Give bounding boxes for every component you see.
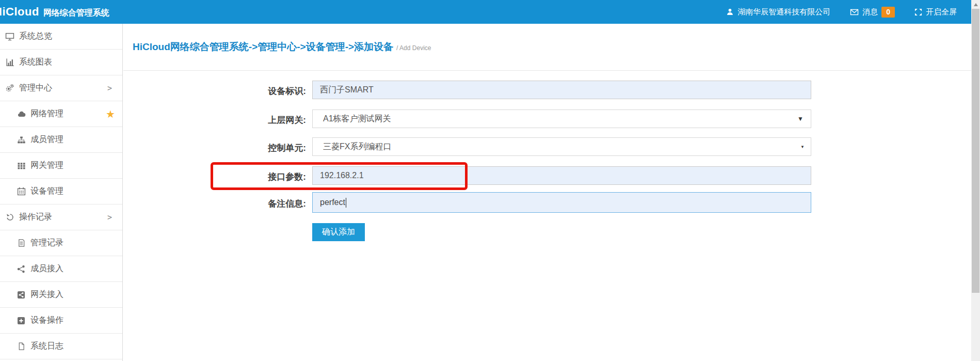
sidebar-item-management-records[interactable]: 管理记录 xyxy=(0,230,122,256)
control-unit-value: 三菱FX系列编程口 xyxy=(323,142,391,152)
gears-icon xyxy=(4,84,15,92)
sidebar-item-label: 系统总览 xyxy=(19,31,52,42)
plus-square-icon xyxy=(15,317,27,325)
sidebar-item-system-charts[interactable]: 系统图表 xyxy=(0,50,122,75)
file-icon xyxy=(15,342,27,351)
upper-gateway-value: A1栋客户测试网关 xyxy=(323,114,391,124)
sidebar-item-system-overview[interactable]: 系统总览 xyxy=(0,24,122,50)
remarks-input[interactable]: perfect xyxy=(312,192,811,213)
sidebar-item-gateway-management[interactable]: 网关管理 xyxy=(0,153,122,179)
sidebar-item-system-logs[interactable]: 系统日志 xyxy=(0,334,122,359)
scroll-up-arrow[interactable] xyxy=(971,0,980,9)
sidebar-item-label: 管理记录 xyxy=(30,238,63,248)
remarks-label: 备注信息: xyxy=(186,198,306,210)
upper-gateway-select[interactable]: A1栋客户测试网关 ▼ xyxy=(312,109,811,128)
sidebar-item-member-management[interactable]: 成员管理 xyxy=(0,127,122,153)
star-icon[interactable]: ★ xyxy=(106,109,115,119)
vertical-scrollbar[interactable] xyxy=(971,0,980,361)
sidebar: 系统总览 系统图表 管理中心 > 网络管理 ★ 成员管理 xyxy=(0,24,123,361)
breadcrumb: HiCloud网络综合管理系统->管理中心->设备管理->添加设备 xyxy=(133,40,393,54)
topbar-right: 湖南华辰智通科技有限公司 消息 0 开启全屏 xyxy=(726,7,971,18)
share-square-icon xyxy=(15,291,27,299)
topbar: HiCloud 网络综合管理系统 湖南华辰智通科技有限公司 消息 0 xyxy=(0,0,971,24)
sidebar-item-label: 网关管理 xyxy=(30,160,63,171)
breadcrumb-suffix: / Add Device xyxy=(396,44,431,52)
file-text-icon xyxy=(15,239,27,247)
account-menu[interactable]: 湖南华辰智通科技有限公司 xyxy=(726,7,830,17)
history-icon xyxy=(4,213,15,222)
logo-title: 网络综合管理系统 xyxy=(43,8,109,19)
sidebar-item-label: 管理中心 xyxy=(19,83,52,93)
control-unit-select[interactable]: 三菱FX系列编程口 ▼ xyxy=(312,137,811,156)
app-logo[interactable]: HiCloud 网络综合管理系统 xyxy=(0,5,109,19)
company-name: 湖南华辰智通科技有限公司 xyxy=(737,7,830,17)
sitemap-icon xyxy=(15,136,27,144)
fullscreen-toggle[interactable]: 开启全屏 xyxy=(914,7,957,17)
logo-brand: HiCloud xyxy=(0,5,39,19)
cloud-icon xyxy=(15,110,27,118)
grid-icon xyxy=(15,162,27,170)
fullscreen-icon xyxy=(914,8,922,16)
sidebar-item-label: 网关接入 xyxy=(30,289,63,300)
device-id-input[interactable] xyxy=(312,81,811,99)
sidebar-item-member-access[interactable]: 成员接入 xyxy=(0,256,122,282)
sidebar-item-label: 系统图表 xyxy=(19,57,52,68)
share-icon xyxy=(15,265,27,273)
sidebar-item-label: 设备管理 xyxy=(30,186,63,197)
sidebar-item-label: 成员管理 xyxy=(30,134,63,145)
upper-gateway-label: 上层网关: xyxy=(186,114,306,126)
messages-count-badge: 0 xyxy=(881,7,895,18)
sidebar-item-label: 网络管理 xyxy=(30,108,63,119)
confirm-add-button[interactable]: 确认添加 xyxy=(312,223,365,241)
user-icon xyxy=(726,8,734,16)
sidebar-item-network-management[interactable]: 网络管理 ★ xyxy=(0,101,122,127)
bar-chart-icon xyxy=(4,58,15,67)
messages-label: 消息 xyxy=(862,7,878,17)
chevron-right-icon: > xyxy=(107,84,112,93)
sidebar-item-operation-records[interactable]: 操作记录 > xyxy=(0,205,122,230)
caret-down-icon: ▼ xyxy=(800,145,805,149)
sidebar-item-management-center[interactable]: 管理中心 > xyxy=(0,75,122,101)
sidebar-item-label: 操作记录 xyxy=(19,212,52,223)
sidebar-item-gateway-access[interactable]: 网关接入 xyxy=(0,282,122,308)
messages-menu[interactable]: 消息 0 xyxy=(850,7,895,18)
page: HiCloud 网络综合管理系统 湖南华辰智通科技有限公司 消息 0 xyxy=(0,0,980,361)
text-cursor xyxy=(346,198,346,208)
breadcrumb-bar: HiCloud网络综合管理系统->管理中心->设备管理->添加设备 / Add … xyxy=(123,24,971,71)
sidebar-item-device-management[interactable]: 设备管理 xyxy=(0,179,122,205)
sidebar-item-label: 成员接入 xyxy=(30,263,63,274)
remarks-value: perfect xyxy=(320,198,345,207)
sidebar-item-label: 系统日志 xyxy=(30,341,63,352)
sidebar-item-device-operations[interactable]: 设备操作 xyxy=(0,308,122,334)
envelope-icon xyxy=(850,8,859,16)
sidebar-item-label: 设备操作 xyxy=(30,315,63,326)
chevron-right-icon: > xyxy=(107,213,112,222)
scrollbar-thumb[interactable] xyxy=(972,9,979,293)
fullscreen-label: 开启全屏 xyxy=(926,7,957,17)
device-id-label: 设备标识: xyxy=(186,85,306,97)
red-highlight-box xyxy=(211,162,468,190)
monitor-icon xyxy=(4,32,15,41)
caret-down-icon: ▼ xyxy=(797,115,804,122)
calendar-icon xyxy=(15,187,27,196)
control-unit-label: 控制单元: xyxy=(186,142,306,154)
